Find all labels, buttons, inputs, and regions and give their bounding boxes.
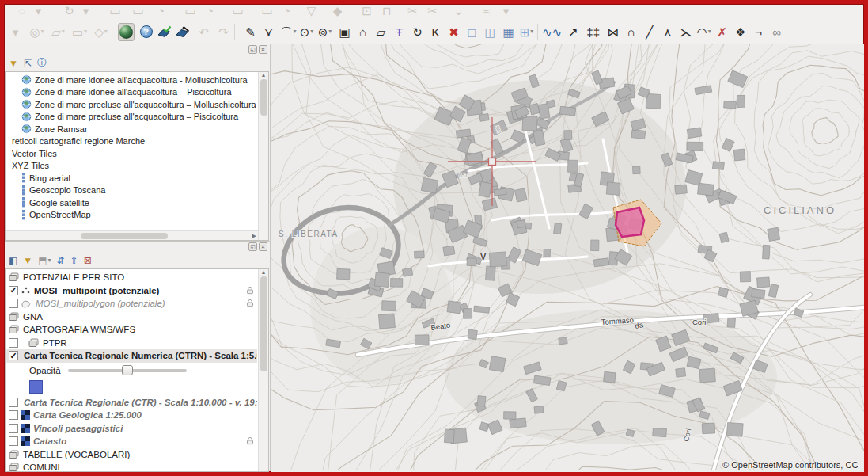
- browser-tree-item[interactable]: Google satellite: [6, 196, 257, 209]
- scrollbar-thumb[interactable]: [81, 233, 168, 239]
- rotate-feature-button[interactable]: ↻: [409, 23, 426, 41]
- digitize-curve-button[interactable]: ⋎: [260, 23, 277, 41]
- layer-item[interactable]: CARTOGRAFIA WMS/WFS: [6, 323, 257, 337]
- expand-all-icon[interactable]: ⇵: [57, 255, 65, 266]
- filter-browser-icon[interactable]: ▼: [9, 58, 18, 69]
- layers-vertical-scrollbar[interactable]: ▲: [258, 269, 268, 471]
- open-layer-styling-icon[interactable]: ◧: [9, 255, 17, 266]
- remove-layer-icon-glyph: ⊠: [84, 255, 92, 266]
- merge-link-button[interactable]: ∞: [768, 23, 785, 41]
- circular-string-button[interactable]: ⌒▾: [280, 23, 297, 41]
- offset-curve-button[interactable]: ∿∿: [542, 23, 562, 41]
- move-arrow-button[interactable]: ↗: [565, 23, 582, 41]
- map-attribution: © OpenStreetMap contributors, CC-: [722, 460, 861, 470]
- browser-vertical-scrollbar[interactable]: ▲: [258, 72, 268, 240]
- layer-visibility-checkbox[interactable]: [9, 424, 18, 433]
- stamp-tool-button[interactable]: Ŧ: [391, 23, 407, 41]
- browser-tree-item[interactable]: XYZ Tiles: [6, 160, 257, 173]
- layer-item[interactable]: Vincoli paesaggistici: [6, 422, 257, 436]
- circle-tool-button[interactable]: ⊙▾: [298, 23, 315, 41]
- layer-visibility-checkbox[interactable]: [9, 338, 18, 348]
- move-feature-button[interactable]: ◻: [464, 23, 480, 41]
- layer-item[interactable]: Carta Geologica 1:25.000: [6, 409, 257, 422]
- check-geometries-button[interactable]: [156, 23, 172, 41]
- align-features-button[interactable]: ‡‡: [585, 23, 601, 41]
- browser-tree-item[interactable]: Vector Tiles: [6, 147, 257, 160]
- add-polygon-button[interactable]: ▱: [373, 23, 389, 41]
- layer-visibility-checkbox[interactable]: ✓: [9, 351, 18, 360]
- layer-visibility-checkbox[interactable]: [9, 410, 18, 420]
- browser-tree-item[interactable]: Bing aerial: [6, 172, 257, 185]
- layer-item[interactable]: Catasto: [6, 435, 257, 448]
- trim-extend-button[interactable]: ✗: [714, 23, 730, 41]
- browser-tree-item[interactable]: Zone di mare precluse all'acquacoltura –…: [6, 111, 257, 124]
- browser-tree-item[interactable]: Zone di mare idonee all'acquacoltura - M…: [6, 74, 257, 86]
- map-canvas[interactable]: CICILIANOS. LIBERATAVBeatoTommasodaCoriC…: [271, 44, 864, 472]
- scrollbar-thumb[interactable]: [260, 276, 267, 371]
- properties-info-icon[interactable]: ⓘ: [37, 56, 47, 70]
- filter-legend-icon[interactable]: ▼: [23, 255, 32, 266]
- dropdown-caret-icon: ▾: [293, 29, 296, 35]
- align-features-button-glyph: ‡‡: [586, 26, 600, 38]
- vertex-all-layers-button[interactable]: ⋋: [677, 23, 694, 41]
- scroll-up-icon[interactable]: ▲: [261, 269, 267, 275]
- manage-map-themes-icon[interactable]: ⬒▾: [38, 255, 51, 266]
- globe-sphere-button[interactable]: [118, 23, 135, 41]
- browser-tree-item[interactable]: reticoli cartografici regione Marche: [6, 135, 257, 148]
- scroll-right-icon[interactable]: ▶: [252, 233, 256, 239]
- layer-visibility-checkbox[interactable]: ✓: [9, 286, 18, 295]
- layer-visibility-checkbox[interactable]: [9, 436, 18, 446]
- browser-panel-close-button[interactable]: ✕: [259, 45, 267, 54]
- scroll-up-icon[interactable]: ▲: [261, 72, 267, 78]
- layer-item[interactable]: ✓Carta Tecnica Regionale Numerica (CTRN)…: [6, 349, 257, 363]
- digitize-curve-button-glyph: ⋎: [264, 26, 273, 38]
- trim-extend-button-glyph: ✗: [717, 26, 727, 38]
- label-edit-button[interactable]: K: [427, 23, 444, 41]
- copy-move-feature-button[interactable]: ◫: [482, 23, 498, 41]
- circle-shape-tool: ◎▾: [28, 23, 45, 41]
- pentagon-tool-button[interactable]: ⌂: [354, 23, 371, 41]
- layers-panel-float-button[interactable]: ◱: [248, 242, 257, 251]
- layer-item[interactable]: MOSI_multipolygon (potenziale): [6, 297, 257, 310]
- mirror-tool-button[interactable]: ⋈: [605, 23, 621, 41]
- layer-item[interactable]: TABELLE (VOCABOLARI): [6, 448, 257, 462]
- curve-handle-button[interactable]: ∩: [623, 23, 639, 41]
- checker-squares-button[interactable]: ⊞▾: [518, 23, 535, 41]
- collapse-all-layers-icon[interactable]: ⇧: [70, 255, 78, 266]
- help-button[interactable]: ?: [138, 23, 154, 41]
- browser-tree-item[interactable]: Geoscopio Toscana: [6, 185, 257, 197]
- corner-tool-button[interactable]: ¬: [750, 23, 767, 41]
- arc-tool-button[interactable]: ◠▾: [696, 23, 712, 41]
- browser-tree-item[interactable]: OpenStreetMap: [6, 209, 257, 222]
- layer-visibility-checkbox[interactable]: [9, 398, 18, 407]
- opacity-slider-handle[interactable]: [122, 365, 133, 375]
- scrollbar-thumb[interactable]: [260, 79, 267, 116]
- layer-visibility-checkbox[interactable]: [9, 299, 18, 308]
- raster-legend-swatch[interactable]: [29, 380, 43, 394]
- segment-line-button[interactable]: ╱: [641, 23, 658, 41]
- layer-item[interactable]: Carta Tecnica Regionale (CTR) - Scala 1:…: [6, 396, 257, 409]
- browser-panel-float-button[interactable]: ◱: [248, 45, 257, 54]
- split-features-button[interactable]: ▦: [500, 23, 517, 41]
- collapse-all-icon[interactable]: ⇱: [24, 58, 32, 69]
- layers-panel-close-button[interactable]: ✕: [259, 242, 267, 251]
- toolbar-row1-icon: ◔: [279, 4, 295, 20]
- remove-layer-icon[interactable]: ⊠: [84, 255, 92, 266]
- layer-item[interactable]: COMUNI: [6, 461, 257, 472]
- vertex-tool-button[interactable]: ⋏: [659, 23, 676, 41]
- ellipse-tool-button[interactable]: ⊚▾: [316, 23, 333, 41]
- digitize-segment-button[interactable]: ✎: [242, 23, 259, 41]
- browser-horizontal-scrollbar[interactable]: ▶: [6, 230, 258, 240]
- browser-tree-item[interactable]: Zone di mare precluse all'acquacoltura –…: [6, 98, 257, 111]
- browser-tree-item[interactable]: Zone di mare idonee all'acquacoltura – P…: [6, 86, 257, 99]
- rectangle-edit-button[interactable]: ▣: [336, 23, 353, 41]
- delete-feature-button[interactable]: ✖: [445, 23, 462, 41]
- layer-item[interactable]: PTPR: [6, 337, 257, 350]
- browser-tree-item[interactable]: Zone Ramsar: [6, 123, 257, 135]
- layer-item[interactable]: GNA: [6, 310, 257, 324]
- layer-item[interactable]: ✓MOSI_multipoint (potenziale): [6, 284, 257, 298]
- digitize-shape-button[interactable]: [174, 23, 191, 41]
- rotate-point-symbols-button[interactable]: ❖: [732, 23, 749, 41]
- opacity-slider[interactable]: [68, 369, 187, 372]
- layer-item[interactable]: POTENZIALE PER SITO: [6, 271, 257, 284]
